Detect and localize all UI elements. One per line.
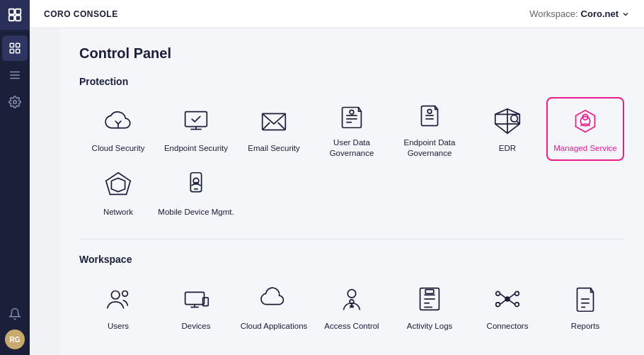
tile-mobile-device-mgmt[interactable]: Mobile Device Mgmt. xyxy=(157,161,235,225)
svg-point-11 xyxy=(13,101,17,104)
tile-label-cloud-applications: Cloud Applications xyxy=(241,321,308,332)
tile-users[interactable]: Users xyxy=(79,275,157,339)
svg-point-29 xyxy=(511,115,518,122)
svg-point-21 xyxy=(350,110,354,114)
svg-rect-6 xyxy=(10,50,13,53)
svg-point-44 xyxy=(350,299,354,303)
section-title-workspace: Workspace xyxy=(79,254,624,265)
sidebar: RG xyxy=(0,0,30,355)
svg-point-56 xyxy=(515,291,519,295)
svg-point-57 xyxy=(496,302,500,306)
tile-devices[interactable]: Devices xyxy=(157,275,235,339)
tile-label-network: Network xyxy=(103,207,133,218)
page-title: Control Panel xyxy=(79,45,624,62)
svg-rect-52 xyxy=(425,289,434,293)
protection-grid: Cloud Security Endpoint Security Email S… xyxy=(79,97,624,225)
tile-label-activity-logs: Activity Logs xyxy=(407,321,453,332)
svg-point-58 xyxy=(515,302,519,306)
workspace-selector[interactable]: Workspace: Coro.net xyxy=(529,9,630,19)
tile-label-endpoint-security: Endpoint Security xyxy=(164,143,228,154)
tile-label-edr: EDR xyxy=(499,143,516,154)
sidebar-item-settings[interactable] xyxy=(2,89,28,115)
tile-activity-logs[interactable]: Activity Logs xyxy=(391,275,468,339)
tile-access-control[interactable]: Access Control xyxy=(313,275,391,339)
svg-line-62 xyxy=(510,300,515,304)
topbar: CORO CONSOLE Workspace: Coro.net xyxy=(30,0,644,28)
tile-endpoint-security[interactable]: Endpoint Security xyxy=(157,97,235,161)
tile-label-users: Users xyxy=(108,321,129,332)
user-avatar[interactable]: RG xyxy=(5,329,25,349)
tile-network[interactable]: Network xyxy=(79,161,157,225)
tile-label-mobile-device-mgmt: Mobile Device Mgmt. xyxy=(158,207,234,218)
tile-endpoint-data-governance[interactable]: Endpoint Data Governance xyxy=(391,97,468,161)
tile-edr[interactable]: EDR xyxy=(468,97,546,161)
svg-line-16 xyxy=(263,122,270,130)
tile-label-email-security: Email Security xyxy=(248,143,300,154)
svg-line-59 xyxy=(500,293,505,298)
svg-rect-4 xyxy=(10,43,13,47)
tile-label-endpoint-data-governance: Endpoint Data Governance xyxy=(391,137,468,159)
main-content: Control Panel Protection Cloud Security … xyxy=(59,28,644,355)
svg-rect-39 xyxy=(185,292,205,304)
svg-point-55 xyxy=(496,291,500,295)
tile-managed-service[interactable]: Managed Service xyxy=(546,97,624,161)
workspace-value: Coro.net xyxy=(581,9,619,19)
section-divider-1 xyxy=(79,239,624,240)
tile-reports[interactable]: Reports xyxy=(546,275,624,339)
tile-user-data-governance[interactable]: User Data Governance xyxy=(313,97,391,161)
tile-label-reports: Reports xyxy=(571,321,599,332)
tile-label-managed-service: Managed Service xyxy=(553,143,617,154)
tile-cloud-applications[interactable]: Cloud Applications xyxy=(235,275,313,339)
svg-rect-1 xyxy=(16,9,21,13)
tile-connectors[interactable]: Connectors xyxy=(468,275,546,339)
svg-point-37 xyxy=(111,291,120,299)
svg-rect-2 xyxy=(9,15,14,20)
tile-label-cloud-security: Cloud Security xyxy=(92,143,145,154)
svg-rect-0 xyxy=(9,9,14,13)
workspace-grid: Users Devices Cloud Applications xyxy=(79,275,624,339)
sidebar-bottom: RG xyxy=(5,298,25,355)
tile-cloud-security[interactable]: Cloud Security xyxy=(79,97,157,161)
app-title: CORO CONSOLE xyxy=(44,9,118,19)
svg-rect-7 xyxy=(16,50,20,53)
sidebar-nav xyxy=(2,30,28,298)
svg-point-38 xyxy=(122,291,128,296)
tile-label-user-data-governance: User Data Governance xyxy=(313,137,391,159)
tile-label-devices: Devices xyxy=(182,321,211,332)
svg-rect-3 xyxy=(16,15,21,20)
svg-line-61 xyxy=(500,300,505,304)
svg-line-30 xyxy=(517,120,519,123)
svg-rect-5 xyxy=(16,43,20,47)
notification-bell[interactable] xyxy=(5,304,25,324)
svg-line-60 xyxy=(510,293,515,298)
sidebar-item-list[interactable] xyxy=(2,62,28,88)
svg-point-54 xyxy=(505,297,510,301)
chevron-down-icon xyxy=(621,10,630,18)
tile-label-connectors: Connectors xyxy=(487,321,529,332)
workspace-label: Workspace: xyxy=(529,9,577,19)
svg-rect-12 xyxy=(185,111,207,126)
svg-line-17 xyxy=(278,122,286,130)
svg-point-43 xyxy=(347,289,356,298)
tile-label-access-control: Access Control xyxy=(324,321,379,332)
sidebar-logo xyxy=(0,0,30,30)
tile-email-security[interactable]: Email Security xyxy=(235,97,313,161)
sidebar-item-grid[interactable] xyxy=(2,35,28,61)
svg-point-24 xyxy=(427,109,432,113)
section-title-protection: Protection xyxy=(79,76,624,87)
